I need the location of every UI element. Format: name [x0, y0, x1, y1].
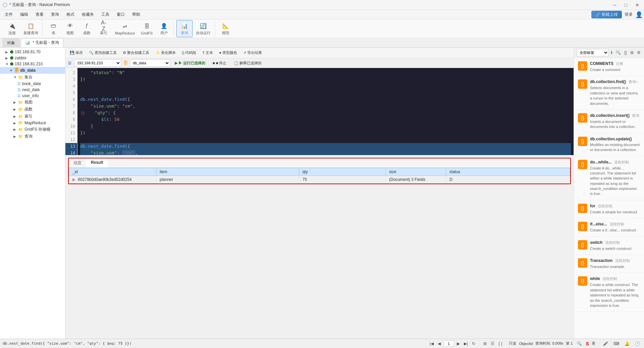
snippet-transaction[interactable]: {} Transaction 流程控制 Transaction example. — [574, 255, 644, 273]
menu-edit[interactable]: 编辑 — [17, 10, 32, 19]
sidebar-item-db-data[interactable]: ▼ 🗄 db_data — [0, 67, 65, 74]
menu-file[interactable]: 文件 — [1, 10, 16, 19]
sidebar-item-nest-date[interactable]: ☰ nest_date — [0, 87, 65, 93]
form-view-button[interactable]: ☰ — [489, 341, 496, 347]
page-number-input[interactable] — [443, 341, 454, 347]
sidebar-item-collection[interactable]: ▼ 📁 集合 — [0, 74, 65, 81]
sidebar-item-view[interactable]: ▶ 📁 视图 — [0, 99, 65, 106]
code-snippet-button[interactable]: () 代码段 — [179, 49, 199, 56]
sidebar-item-user-info[interactable]: ☰ user_info — [0, 93, 65, 99]
sidebar-item-index[interactable]: ▶ 📁 索引 — [0, 113, 65, 120]
sidebar-item-query[interactable]: ▶ 📁 查询 — [0, 133, 65, 140]
grid-panel-button[interactable]: ⊞ — [630, 50, 634, 56]
snippet-insert[interactable]: {} db.collection.insert() 查询 Inserts a d… — [574, 110, 644, 133]
tab-object[interactable]: 对象 — [3, 39, 19, 47]
stop-button[interactable]: ■ ■ 停止 — [210, 60, 229, 66]
menu-favorites[interactable]: 收藏夹 — [78, 10, 97, 19]
snippet-update[interactable]: {} db.collection.update() Modifies an ex… — [574, 133, 644, 156]
snippet-comments[interactable]: {} COMMENTS 注释 Create a comment — [574, 58, 644, 76]
sidebar-item-ip3[interactable]: ▼ 192.168.81.210 — [0, 61, 65, 67]
menu-view[interactable]: 查看 — [32, 10, 47, 19]
query-button[interactable]: 📊 查询 — [176, 20, 193, 37]
run-selected-button[interactable]: ▶ ▶ 运行已选择的 — [172, 60, 208, 66]
user-button[interactable]: 👤 用户 — [156, 20, 172, 37]
search-panel-button[interactable]: 🔍 — [615, 50, 622, 56]
merge-create-button[interactable]: ⚙ 聚合创建工具 — [120, 49, 152, 56]
text-button[interactable]: T 文本 — [200, 49, 215, 56]
info-icon-button[interactable]: ℹ — [610, 50, 613, 56]
mapreduce-button[interactable]: ⇌ MapReduce — [112, 21, 138, 37]
notification-button[interactable]: 🔔 — [623, 341, 631, 347]
new-query-button[interactable]: 📋 新建查询 — [21, 20, 41, 37]
close-button[interactable]: ✕ — [633, 2, 641, 8]
tag-select[interactable]: 全部标签 — [577, 49, 609, 56]
gridfs-button[interactable]: 🗄 GridFS — [138, 21, 155, 37]
sidebar-item-book-date[interactable]: ☰ book_date — [0, 81, 65, 87]
login-button[interactable]: 登录 — [625, 12, 633, 17]
brackets-panel-button[interactable]: {} — [624, 50, 628, 56]
type-color-button[interactable]: ● 类型颜色 — [217, 49, 239, 56]
table-row[interactable]: ▶ 60279b0d0ae90b3ed52d0254 planner 75 (D… — [69, 176, 570, 184]
page-next-button[interactable]: ▶ — [455, 341, 461, 347]
tab-info[interactable]: 信息 — [69, 158, 86, 167]
expand-row-icon[interactable]: ▶ — [72, 177, 75, 182]
sidebar-item-mapreduce[interactable]: ▶ 📁 MapReduce — [0, 120, 65, 126]
explain-button[interactable]: 📋 解释已选择的 — [231, 60, 264, 66]
connect-button[interactable]: 🔌 连接 — [4, 20, 20, 37]
minimize-button[interactable]: ─ — [611, 2, 619, 8]
save-button[interactable]: 💾 保存 — [67, 49, 85, 56]
sidebar-item-function[interactable]: ▶ 📁 函数 — [0, 106, 65, 113]
menu-format[interactable]: 格式 — [63, 10, 78, 19]
sidebar-item-gridfs[interactable]: ▶ 📁 GridFS 存储桶 — [0, 126, 65, 133]
server-select[interactable]: 192.168.81.210 — [74, 59, 121, 67]
page-first-button[interactable]: |◀ — [428, 341, 435, 347]
sidebar-item-zabbix[interactable]: ▶ zabbix — [0, 55, 65, 61]
snippet-row: {} do...while... 流程控制 Create A do...whil… — [578, 160, 640, 197]
tab-result[interactable]: Result — [86, 158, 108, 167]
menu-tools[interactable]: 工具 — [98, 10, 113, 19]
search-button[interactable]: 🔍 — [576, 341, 583, 347]
explain-label: 解释已选择的 — [239, 61, 262, 66]
code-content[interactable]: "status": "N" }) db.nest_date.find({ "si… — [77, 68, 574, 155]
menu-query[interactable]: 查询 — [48, 10, 62, 19]
database-select[interactable]: db_data — [130, 59, 170, 67]
page-prev-button[interactable]: ◀ — [436, 341, 442, 347]
export-button[interactable]: ↗ 导出结果 — [241, 49, 264, 56]
maximize-button[interactable]: □ — [623, 2, 629, 8]
snippet-switch[interactable]: {} switch 流程控制 Create a switch construct — [574, 237, 644, 255]
snippet-while[interactable]: {} while 流程控制 Create a while construct. … — [574, 273, 644, 312]
snippet-do-while[interactable]: {} do...while... 流程控制 Create A do...whil… — [574, 156, 644, 200]
snippet-for[interactable]: {} for 流程控制 Create a simple for construc… — [574, 200, 644, 218]
menu-window[interactable]: 窗口 — [113, 10, 128, 19]
line-num: 8 — [65, 110, 77, 116]
tab-query[interactable]: 📊 * 无标题 - 查询 — [21, 38, 63, 47]
menu-help[interactable]: 帮助 — [129, 10, 144, 19]
model-button[interactable]: 📐 模型 — [218, 20, 234, 37]
table-button[interactable]: 🗃 表 — [45, 20, 61, 37]
snippet-icon: {} — [578, 204, 587, 213]
snippet-find[interactable]: {} db.collection.find() 查询○ Selects docu… — [574, 76, 644, 110]
index-button[interactable]: A-Z 索引 — [96, 20, 112, 37]
settings-panel-button[interactable]: ⚙ — [636, 50, 641, 56]
grid-view-button[interactable]: ⊞ — [482, 341, 488, 347]
snippet-name: db.collection.find() — [590, 79, 626, 84]
find-create-button[interactable]: 🔍 查找创建工具 — [87, 49, 119, 56]
view-button[interactable]: 👁 视图 — [62, 20, 78, 37]
page-refresh-button[interactable]: ↻ — [471, 341, 477, 347]
auto-run-button[interactable]: 🔄 自动运行 — [193, 20, 213, 37]
function-button[interactable]: ƒ 函数 — [79, 20, 95, 37]
beautify-button[interactable]: ✨ 美化脚本 — [153, 49, 178, 56]
sidebar-item-ip1[interactable]: ▶ 192.168.81.70 — [0, 49, 65, 55]
clock-button[interactable]: 🕐 — [634, 341, 641, 347]
mic-button[interactable]: 🎤 — [602, 341, 609, 347]
snippet-row: {} db.collection.insert() 查询 Inserts a d… — [578, 113, 640, 130]
snippet-desc: Inserts a document or documents into a c… — [590, 119, 640, 130]
folder-icon: 📁 — [18, 75, 23, 80]
keyboard-button[interactable]: ⌨ — [612, 341, 621, 347]
text-icon: T — [202, 51, 205, 55]
snippet-if-else[interactable]: {} if...else... 流程控制 Create a if...else.… — [574, 218, 644, 236]
code-editor[interactable]: 2 3 4 5 6 7 8 9 10 11 12 13 14 15 16 17 — [65, 68, 574, 155]
upload-button[interactable]: 🔗 拓链上传 — [591, 11, 622, 18]
page-last-button[interactable]: ▶| — [463, 341, 469, 347]
json-view-button[interactable]: { } — [497, 341, 503, 347]
